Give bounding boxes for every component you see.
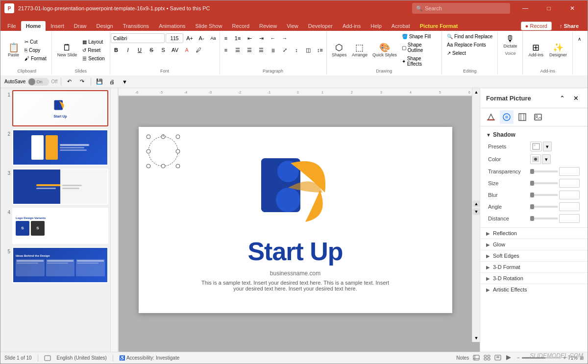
size-input[interactable] xyxy=(559,179,580,188)
tab-acrobat[interactable]: Acrobat xyxy=(387,21,415,31)
line-spacing-button[interactable]: ↕≡ xyxy=(315,45,325,55)
shadow-section-header[interactable]: ▼ Shadow xyxy=(480,129,588,140)
tab-picture-format[interactable]: Picture Format xyxy=(415,21,463,31)
color-dropdown-arrow[interactable]: ▾ xyxy=(542,154,551,164)
prev-slide-button[interactable]: ▲ xyxy=(473,200,480,207)
highlight-button[interactable]: 🖊 xyxy=(193,45,204,55)
arrange-button[interactable]: ⬚ Arrange xyxy=(350,42,369,59)
slide-image-1[interactable]: Start Up xyxy=(12,90,108,126)
smartart-button[interactable]: ◫ xyxy=(303,45,314,55)
angle-slider[interactable] xyxy=(530,206,558,208)
tab-help[interactable]: Help xyxy=(366,21,387,31)
slide-thumbnail-2[interactable]: 2 xyxy=(2,129,108,166)
ribbon-collapse-button[interactable]: ∧ xyxy=(574,34,585,44)
increase-indent-button[interactable]: ⇥ xyxy=(256,33,267,43)
justify-button[interactable]: ☰ xyxy=(256,45,267,55)
titlebar-search-box[interactable]: 🔍 xyxy=(412,3,510,14)
slide-image-2[interactable] xyxy=(12,129,108,166)
char-spacing-button[interactable]: AV xyxy=(170,45,180,55)
strikethrough-button[interactable]: S xyxy=(146,45,157,55)
font-name-input[interactable] xyxy=(111,33,165,43)
find-replace-button[interactable]: 🔍 Find and Replace xyxy=(445,33,494,40)
3d-format-section[interactable]: ▶ 3-D Format xyxy=(480,261,588,272)
customize-toolbar-button[interactable]: ▼ xyxy=(120,77,130,87)
text-direction-button[interactable]: ⤢ xyxy=(279,45,290,55)
shape-outline-button[interactable]: ▢ Shape Outline xyxy=(400,41,439,54)
designer-button[interactable]: ✨ Designer xyxy=(547,42,569,59)
blur-input[interactable] xyxy=(559,191,580,199)
section-button[interactable]: ☰ Section xyxy=(80,55,106,62)
columns-button[interactable]: ⫼ xyxy=(268,45,278,55)
tab-design[interactable]: Design xyxy=(91,21,118,31)
rtl-button[interactable]: ← xyxy=(268,33,278,43)
normal-view-button[interactable] xyxy=(472,354,481,363)
presets-dropdown-arrow[interactable]: ▾ xyxy=(543,142,552,151)
tab-insert[interactable]: Insert xyxy=(46,21,69,31)
tab-record[interactable]: Record xyxy=(227,21,254,31)
scroll-down-button[interactable]: ▼ xyxy=(472,334,480,342)
italic-button[interactable]: I xyxy=(122,45,133,55)
tab-review[interactable]: Review xyxy=(254,21,282,31)
blur-slider[interactable] xyxy=(530,194,558,196)
format-tab-effects[interactable] xyxy=(500,110,514,124)
tab-animations[interactable]: Animations xyxy=(154,21,190,31)
bold-button[interactable]: B xyxy=(111,45,122,55)
print-button[interactable]: 🖨 xyxy=(107,77,118,87)
copy-button[interactable]: ⎘ Copy xyxy=(23,47,49,54)
dictate-button[interactable]: 🎙 Dictate xyxy=(501,33,519,50)
color-swatch-button[interactable] xyxy=(530,154,541,164)
zoom-out-button[interactable]: − xyxy=(517,355,520,361)
quick-styles-button[interactable]: 🎨 Quick Styles xyxy=(370,42,399,59)
clear-format-button[interactable]: Aa xyxy=(208,33,219,43)
new-slide-button[interactable]: 🗒 New Slide xyxy=(55,42,80,59)
ltr-button[interactable]: → xyxy=(279,33,290,43)
next-slide-button[interactable]: ▼ xyxy=(473,208,480,215)
underline-button[interactable]: U xyxy=(134,45,145,55)
shadow-text-button[interactable]: S xyxy=(158,45,169,55)
slide-image-3[interactable] xyxy=(12,169,108,205)
align-text-button[interactable]: ↕ xyxy=(291,45,302,55)
glow-section[interactable]: ▶ Glow xyxy=(480,239,588,250)
align-right-button[interactable]: ☰ xyxy=(244,45,255,55)
numbered-list-button[interactable]: 1≡ xyxy=(232,33,243,43)
save-button[interactable]: 💾 xyxy=(94,77,105,87)
decrease-indent-button[interactable]: ⇤ xyxy=(244,33,255,43)
size-slider[interactable] xyxy=(530,182,558,184)
minimize-button[interactable]: — xyxy=(514,0,537,16)
search-input[interactable] xyxy=(425,5,506,11)
shapes-button[interactable]: ⬡ Shapes xyxy=(330,42,349,59)
decrease-font-button[interactable]: A- xyxy=(196,33,207,43)
addins-button[interactable]: ⊞ Add-ins xyxy=(526,42,546,59)
maximize-button[interactable]: □ xyxy=(538,0,560,16)
slide-thumbnail-1[interactable]: 1 Start Up xyxy=(2,90,108,126)
record-button[interactable]: ● Record xyxy=(521,22,552,30)
paste-button[interactable]: 📋 Paste xyxy=(5,42,22,59)
align-left-button[interactable]: ≡ xyxy=(220,45,231,55)
soft-edges-section[interactable]: ▶ Soft Edges xyxy=(480,250,588,261)
undo-button[interactable]: ↶ xyxy=(64,77,75,87)
slide-image-5[interactable]: Ideas Behind the Design xyxy=(12,247,108,283)
notes-button[interactable]: Notes xyxy=(455,354,470,362)
tab-file[interactable]: File xyxy=(2,21,21,31)
select-button[interactable]: ↗ Select xyxy=(445,49,494,57)
slide-sorter-button[interactable] xyxy=(483,354,491,363)
tab-view[interactable]: View xyxy=(282,21,303,31)
format-panel-close-button[interactable]: ✕ xyxy=(570,92,582,104)
tab-transitions[interactable]: Transitions xyxy=(118,21,154,31)
3d-rotation-section[interactable]: ▶ 3-D Rotation xyxy=(480,272,588,284)
tab-home[interactable]: Home xyxy=(21,21,46,31)
tab-draw[interactable]: Draw xyxy=(69,21,92,31)
accessibility-button[interactable]: ♿ Accessibility: Investigate xyxy=(119,355,179,361)
close-button[interactable]: ✕ xyxy=(561,0,584,16)
slide-show-icon-button[interactable] xyxy=(44,355,51,361)
distance-slider[interactable] xyxy=(530,218,558,219)
slideshow-button[interactable] xyxy=(504,354,513,363)
format-panel-collapse-button[interactable]: ⌃ xyxy=(556,92,568,104)
transparency-input[interactable] xyxy=(559,167,580,176)
distance-input[interactable] xyxy=(559,214,580,223)
tab-addins[interactable]: Add-ins xyxy=(338,21,366,31)
increase-font-button[interactable]: A+ xyxy=(184,33,195,43)
reading-view-button[interactable] xyxy=(493,354,502,363)
autosave-toggle[interactable]: On xyxy=(27,78,49,86)
transparency-slider[interactable] xyxy=(530,170,558,172)
